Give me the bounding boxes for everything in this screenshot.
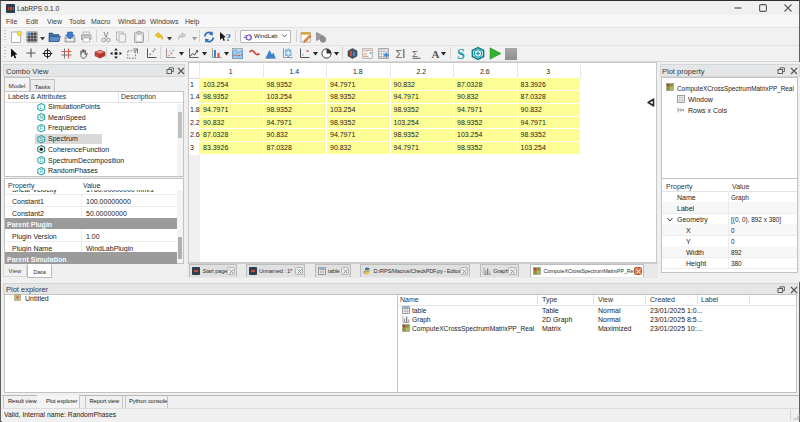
svg-text:S: S	[457, 47, 465, 62]
svg-text:M: M	[40, 114, 44, 120]
svg-text:R: R	[40, 168, 44, 174]
svg-text:S: S	[40, 136, 44, 142]
svg-text:Σ: Σ	[412, 48, 418, 59]
svg-text:L: L	[40, 104, 43, 110]
svg-text:Σ: Σ	[396, 48, 403, 60]
svg-text:?: ?	[226, 31, 232, 43]
svg-text:D: D	[40, 157, 44, 163]
svg-text:A: A	[432, 48, 440, 60]
svg-text:F: F	[40, 125, 43, 131]
